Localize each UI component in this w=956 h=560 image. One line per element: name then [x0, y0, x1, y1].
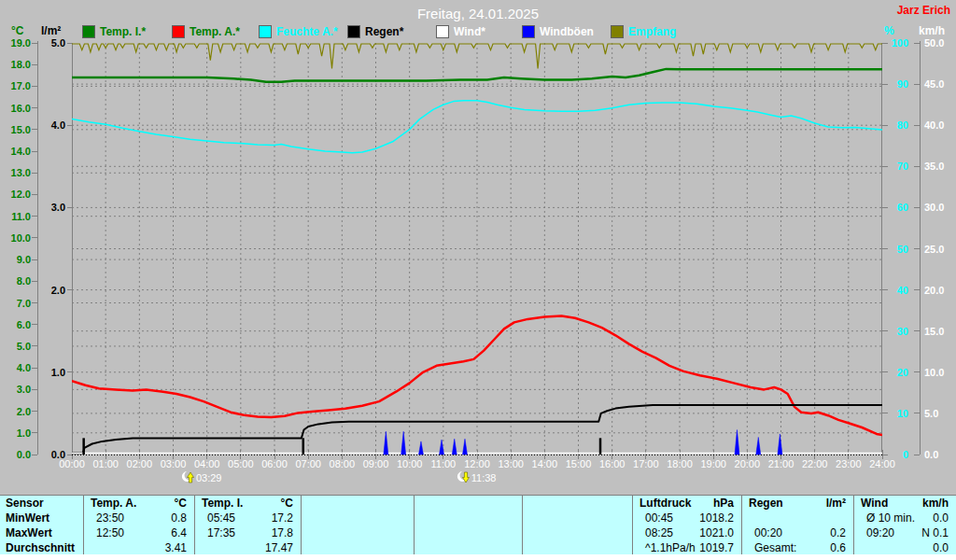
- cell-time: 00:20: [754, 526, 782, 540]
- temp-axis-label: 17.0: [2, 81, 31, 91]
- cell-time: 08:25: [645, 526, 673, 540]
- table-col-header: Temp. I.°C: [194, 496, 301, 511]
- table-col-header: Regenl/m²: [741, 496, 853, 511]
- temp-axis-tick: [32, 194, 37, 195]
- temp-axis-label: 2.0: [2, 407, 31, 417]
- temp-axis-label: 11.0: [2, 212, 31, 222]
- table-cell: 05:4517.2: [194, 511, 301, 525]
- page-title: Freitag, 24.01.2025: [0, 6, 956, 21]
- col-unit: °C: [281, 497, 293, 511]
- temp-axis-tick: [32, 107, 37, 108]
- cell-value: N 0.1: [921, 526, 949, 540]
- temp-axis-tick: [32, 324, 37, 325]
- table-cell: 17.47: [194, 540, 301, 555]
- legend-item-2: Temp. A.*: [172, 25, 240, 38]
- humidity-axis-label: 40: [887, 286, 908, 296]
- wind-axis-line: [920, 41, 921, 455]
- temp-axis-label: 15.0: [2, 125, 31, 135]
- cell-value: 0.6: [830, 541, 846, 555]
- wind-axis-tick: [914, 455, 920, 455]
- series-Temp. I.: [72, 69, 882, 82]
- rain-axis-label: 5.0: [39, 38, 65, 49]
- temp-axis-label: 6.0: [2, 320, 31, 330]
- moonset-time: 11:38: [471, 472, 497, 483]
- table-cell: ^1.1hPa/h1019.7: [632, 540, 741, 555]
- cell-time: Gesamt:: [754, 541, 796, 555]
- humidity-axis-label: 90: [887, 79, 908, 90]
- table-separator: [414, 495, 415, 554]
- legend-label: Feuchte A.*: [276, 25, 338, 38]
- cell-value: 0.8: [171, 511, 187, 525]
- legend-swatch-icon: [436, 25, 449, 38]
- cell-time: 12:50: [96, 526, 124, 540]
- wind-axis-tick: [914, 166, 920, 167]
- table-cell: Gesamt:0.6: [741, 540, 853, 555]
- temp-axis-label: 7.0: [2, 299, 31, 309]
- legend-label: Regen*: [365, 25, 403, 38]
- axis-header-wind: km/h: [919, 24, 945, 37]
- legend-swatch-icon: [522, 25, 535, 38]
- temp-axis-label: 10.0: [2, 233, 31, 244]
- cell-time: ^1.1hPa/h: [645, 541, 696, 555]
- cell-value: 6.4: [171, 526, 187, 540]
- legend-item-4: Regen*: [347, 25, 403, 38]
- moonset-marker: 11:38: [455, 470, 497, 484]
- col-name: Temp. A.: [91, 497, 136, 511]
- temp-axis-label: 13.0: [2, 168, 31, 178]
- wind-axis-label: 25.0: [924, 245, 954, 255]
- chart-plot[interactable]: [72, 43, 882, 455]
- legend-item-7: Empfang: [611, 25, 676, 38]
- table-row-label: MinWert: [0, 511, 87, 526]
- temp-axis-label: 5.0: [2, 342, 31, 352]
- legend-label: Empfang: [628, 25, 676, 38]
- table-col-header: LuftdruckhPa: [632, 496, 741, 511]
- wind-axis-label: 0.0: [924, 450, 954, 460]
- wind-axis-tick: [914, 125, 920, 126]
- rain-axis-label: 1.0: [39, 368, 65, 378]
- legend-swatch-icon: [172, 25, 185, 38]
- temp-axis-label: 0.0: [2, 450, 31, 460]
- moonrise-icon: [179, 470, 196, 484]
- temp-axis-tick: [32, 389, 37, 390]
- table-col-header: Temp. A.°C: [83, 496, 194, 511]
- temp-axis-tick: [32, 43, 37, 44]
- temp-axis-tick: [32, 368, 37, 369]
- wind-axis-tick: [914, 248, 920, 249]
- cell-value: 17.2: [272, 511, 293, 525]
- temp-axis-label: 1.0: [2, 428, 31, 439]
- temp-axis-tick: [32, 432, 37, 433]
- legend-item-1: Temp. I.*: [82, 25, 146, 38]
- cell-value: 1018.2: [699, 511, 734, 525]
- humidity-axis-label: 80: [887, 120, 908, 131]
- legend-label: Temp. A.*: [190, 25, 240, 38]
- rain-axis-label: 4.0: [39, 120, 65, 131]
- temp-axis-tick: [32, 455, 37, 455]
- wind-axis-tick: [914, 207, 920, 208]
- cell-value: 17.47: [265, 541, 293, 555]
- table-cell: 23:500.8: [83, 511, 194, 525]
- legend-item-5: Wind*: [436, 25, 485, 38]
- temp-axis-label: 3.0: [2, 385, 31, 395]
- temp-axis-tick: [32, 411, 37, 412]
- temp-axis-label: 9.0: [2, 255, 31, 265]
- cell-time: 00:45: [645, 511, 673, 525]
- cell-value: 0.0: [933, 541, 949, 555]
- col-unit: l/m²: [826, 497, 846, 511]
- cell-value: 3.41: [165, 541, 187, 555]
- rain-axis-label: 2.0: [39, 286, 65, 296]
- col-name: Luftdruck: [640, 497, 691, 511]
- temp-axis-label: 8.0: [2, 276, 31, 287]
- wind-axis-tick: [914, 289, 920, 290]
- cell-time: 17:35: [207, 526, 235, 540]
- humidity-axis-label: 20: [887, 368, 908, 378]
- wind-axis-label: 15.0: [924, 327, 954, 337]
- temp-axis-tick: [32, 173, 37, 174]
- wind-axis-tick: [914, 330, 920, 331]
- temp-axis-label: 18.0: [2, 60, 31, 70]
- cell-value: 17.8: [272, 526, 293, 540]
- rain-axis-label: 3.0: [39, 203, 65, 213]
- table-cell: [741, 511, 853, 525]
- wind-axis-label: 10.0: [924, 368, 954, 378]
- wind-axis-label: 30.0: [924, 203, 954, 213]
- weather-app-window: Freitag, 24.01.2025 Jarz Erich °C l/m² %…: [0, 0, 956, 560]
